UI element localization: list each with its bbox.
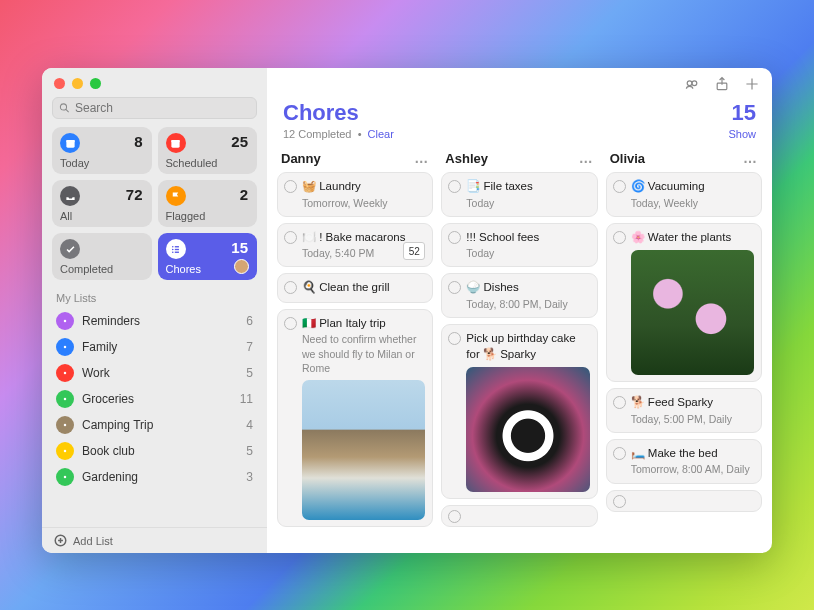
reminder-card[interactable]: !!! School feesToday [441,223,597,268]
complete-checkbox[interactable] [448,510,461,523]
complete-checkbox[interactable] [613,396,626,409]
list-count: 5 [246,366,253,380]
add-list-label: Add List [73,535,113,547]
reminder-card[interactable]: 🐕 Feed SparkyToday, 5:00 PM, Daily [606,388,762,433]
reminder-title: 🇮🇹 Plan Italy trip [302,316,425,332]
complete-checkbox[interactable] [284,281,297,294]
svg-point-13 [64,346,67,349]
smart-list-all[interactable]: 72All [52,180,152,227]
share-icon[interactable] [714,76,730,96]
reminder-title: 🌀 Vacuuming [631,179,754,195]
complete-checkbox[interactable] [284,317,297,330]
column-more-button[interactable]: … [414,150,429,166]
reminder-card[interactable]: 🛏️ Make the bedTomorrow, 8:00 AM, Daily [606,439,762,484]
complete-checkbox[interactable] [613,231,626,244]
list-camping-trip[interactable]: Camping Trip4 [42,412,267,438]
shared-avatar [234,259,249,274]
search-input[interactable] [75,101,250,115]
complete-checkbox[interactable] [284,231,297,244]
reminder-card[interactable]: 🍚 DishesToday, 8:00 PM, Daily [441,273,597,318]
reminder-meta: Today, Weekly [631,196,754,210]
smart-list-scheduled[interactable]: 25Scheduled [158,127,258,174]
reminder-title: 📑 File taxes [466,179,589,195]
complete-checkbox[interactable] [284,180,297,193]
reminder-image [466,367,589,492]
new-reminder-icon[interactable] [744,76,760,96]
svg-point-22 [687,81,692,86]
complete-checkbox[interactable] [613,180,626,193]
reminder-title: 🧺 Laundry [302,179,425,195]
plus-circle-icon [54,534,67,547]
list-count: 15 [732,100,756,126]
smart-list-chores[interactable]: 15Chores [158,233,258,280]
complete-checkbox[interactable] [448,231,461,244]
reminder-card[interactable]: 📑 File taxesToday [441,172,597,217]
complete-checkbox[interactable] [448,332,461,345]
columns: Danny…🧺 LaundryTomorrow, Weekly🍽️ ! Bake… [267,148,772,553]
zoom-window-button[interactable] [90,78,101,89]
list-count: 3 [246,470,253,484]
new-reminder-placeholder[interactable] [441,505,597,527]
reminder-card[interactable]: Pick up birthday cake for 🐕 Sparky [441,324,597,499]
collaborate-icon[interactable] [684,76,700,96]
reminder-card[interactable]: 🇮🇹 Plan Italy tripNeed to confirm whethe… [277,309,433,527]
complete-checkbox[interactable] [613,447,626,460]
search-field[interactable] [52,97,257,119]
reminder-card[interactable]: 🍽️ ! Bake macaronsToday, 5:40 PM52 [277,223,433,268]
column-danny: Danny…🧺 LaundryTomorrow, Weekly🍽️ ! Bake… [277,148,433,543]
list-count: 11 [240,392,253,406]
smart-list-today[interactable]: 8Today [52,127,152,174]
svg-rect-5 [171,140,179,142]
complete-checkbox[interactable] [448,281,461,294]
column-more-button[interactable]: … [579,150,594,166]
show-completed-button[interactable]: Show [728,128,756,140]
list-count: 6 [246,314,253,328]
add-list-button[interactable]: Add List [42,527,267,553]
smart-list-completed[interactable]: Completed [52,233,152,280]
list-name: Gardening [82,470,238,484]
column-olivia: Olivia…🌀 VacuumingToday, Weekly🌸 Water t… [606,148,762,543]
smart-list-label: Flagged [166,210,250,222]
all-icon [60,186,80,206]
list-bullet-icon [56,390,74,408]
svg-point-15 [64,398,67,401]
list-groceries[interactable]: Groceries11 [42,386,267,412]
complete-checkbox[interactable] [448,180,461,193]
list-name: Groceries [82,392,232,406]
reminder-card[interactable]: 🌀 VacuumingToday, Weekly [606,172,762,217]
flagged-icon [166,186,186,206]
list-family[interactable]: Family7 [42,334,267,360]
list-gardening[interactable]: Gardening3 [42,464,267,490]
svg-point-7 [172,248,174,250]
reminder-card[interactable]: 🍳 Clean the grill [277,273,433,303]
close-window-button[interactable] [54,78,65,89]
chores-icon [166,239,186,259]
my-lists-header: My Lists [42,280,267,308]
count-badge: 52 [403,242,425,260]
svg-point-18 [64,476,67,479]
sidebar: 8Today25Scheduled72All2FlaggedCompleted1… [42,68,267,553]
svg-point-12 [64,320,67,323]
list-book-club[interactable]: Book club5 [42,438,267,464]
reminder-note: Need to confirm whether we should fly to… [302,332,425,375]
clear-completed-button[interactable]: Clear [368,128,394,140]
list-count: 5 [246,444,253,458]
smart-lists-grid: 8Today25Scheduled72All2FlaggedCompleted1… [42,127,267,280]
reminder-card[interactable]: 🌸 Water the plants [606,223,762,383]
minimize-window-button[interactable] [72,78,83,89]
list-work[interactable]: Work5 [42,360,267,386]
smart-list-flagged[interactable]: 2Flagged [158,180,258,227]
toolbar [267,68,772,98]
reminder-title: 🛏️ Make the bed [631,446,754,462]
new-reminder-placeholder[interactable] [606,490,762,512]
list-count: 7 [246,340,253,354]
my-lists: Reminders6Family7Work5Groceries11Camping… [42,308,267,527]
search-icon [59,102,70,114]
svg-point-8 [172,251,174,253]
complete-checkbox[interactable] [613,495,626,508]
smart-list-label: Today [60,157,144,169]
reminder-card[interactable]: 🧺 LaundryTomorrow, Weekly [277,172,433,217]
list-reminders[interactable]: Reminders6 [42,308,267,334]
smart-list-count: 2 [240,186,248,203]
column-more-button[interactable]: … [743,150,758,166]
